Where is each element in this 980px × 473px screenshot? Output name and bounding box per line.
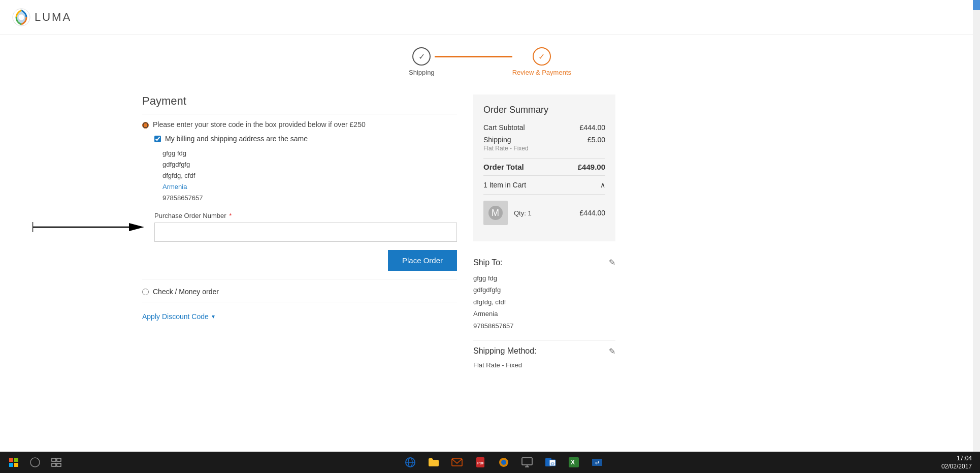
shipping-method-title-row: Shipping Method: ✎ [473,346,615,356]
taskbar-time: 17:04 [957,455,972,462]
logo-text: LUMA [35,11,72,24]
shipping-method-title: Shipping Method: [473,346,537,356]
task-view-button[interactable] [47,453,66,472]
taskbar-app-mail[interactable] [446,453,468,472]
place-order-button[interactable]: Place Order [388,250,457,271]
scrollbar-thumb[interactable] [973,0,980,10]
svg-point-1 [18,14,24,20]
pdf-icon: PDF [474,456,486,468]
step-circle-review: ✓ [533,47,551,66]
cortana-button[interactable] [25,453,45,472]
payment-block-1: Please enter your store code in the box … [142,120,457,279]
taskbar-app-folder[interactable] [422,453,445,472]
svg-text:@: @ [550,461,554,466]
step-shipping[interactable]: ✓ Shipping [409,47,435,76]
order-total-value: £449.00 [578,163,605,171]
windows-start-button[interactable] [4,453,23,472]
required-star: * [229,212,232,219]
shipping-method-edit-icon[interactable]: ✎ [609,346,615,356]
taskbar-app-outlook[interactable]: @ [539,453,562,472]
left-panel: Payment Please enter your store code in … [142,94,457,442]
cart-toggle-label: 1 Item in Cart [483,181,526,189]
purchase-order-label: Purchase Order Number * [154,212,457,219]
shipping-method-section: Shipping Method: ✎ Flat Rate - Fixed [473,340,615,369]
cart-toggle-chevron-icon: ∧ [600,181,605,189]
ship-address-city: Armenia [473,308,615,320]
item-price: £444.00 [579,209,605,217]
check-money-radio[interactable] [142,289,149,295]
purchase-order-input[interactable] [154,223,457,242]
ship-to-edit-icon[interactable]: ✎ [609,258,615,267]
billing-same-label: My billing and shipping address are the … [165,135,308,143]
address-line1: gfgg fdg [162,148,457,159]
taskbar-app-remote[interactable]: ⇄ [586,453,608,472]
shipping-value: £5.00 [587,136,605,152]
step-label-shipping: Shipping [409,69,435,76]
folder-icon [428,456,440,468]
svg-rect-14 [52,463,56,466]
excel-icon: X [568,456,580,468]
taskbar: PDF @ [0,452,980,473]
address-line2: gdfgdfgfg [162,159,457,170]
right-panel: Order Summary Cart Subtotal £444.00 Ship… [473,94,615,442]
ship-to-title: Ship To: [473,258,503,267]
arrow-svg [32,217,144,237]
payment-radio-1[interactable] [142,122,149,129]
ship-address-line2: gdfgdfgfg [473,284,615,296]
cart-subtotal-label: Cart Subtotal [483,123,525,132]
address-phone: 97858657657 [162,193,457,204]
svg-rect-13 [57,458,61,461]
outlook-icon: @ [544,456,557,468]
step-label-review: Review & Payments [512,69,571,76]
svg-text:M: M [492,208,499,218]
billing-same-checkbox[interactable] [154,136,161,142]
ie-icon [404,456,416,468]
taskbar-apps: PDF @ [399,453,608,472]
taskbar-left [4,453,66,472]
steps-container: ✓ Shipping ✓ Review & Payments [409,47,571,76]
order-total-label: Order Total [483,163,524,171]
svg-rect-7 [9,458,13,462]
discount-section: Apply Discount Code ▾ [142,312,457,321]
svg-point-11 [30,458,40,467]
order-total-row: Order Total £449.00 [483,158,605,171]
page-wrapper: ▲ LUMA ✓ Shipping [0,0,980,473]
place-order-row: Place Order [154,250,457,271]
task-view-icon [51,457,61,467]
discount-label: Apply Discount Code [142,312,209,321]
billing-same-checkbox-row: My billing and shipping address are the … [154,135,457,143]
arrow-annotation: Purchase Order Number * [154,212,457,242]
item-thumbnail: M [483,201,508,225]
ship-address-line3: dfgfdg, cfdf [473,296,615,308]
taskbar-app-ie[interactable] [399,453,421,472]
ship-to-title-row: Ship To: ✎ [473,258,615,267]
item-info: Qty: 1 [514,209,573,217]
shipping-method-value: Flat Rate - Fixed [473,361,615,369]
taskbar-app-computer[interactable] [516,453,538,472]
taskbar-right: 17:04 02/02/2017 [941,455,976,470]
discount-link[interactable]: Apply Discount Code ▾ [142,312,457,321]
mail-icon [451,456,463,468]
payment-title: Payment [142,94,457,114]
chevron-down-icon: ▾ [212,313,215,320]
address-city[interactable]: Armenia [162,183,187,191]
svg-rect-24 [522,458,532,465]
remote-icon: ⇄ [591,456,603,468]
item-image-icon: M [487,205,504,221]
taskbar-app-pdf[interactable]: PDF [469,453,492,472]
shipping-label: Shipping [483,136,529,144]
address-line3: dfgfdg, cfdf [162,170,457,181]
svg-text:PDF: PDF [477,461,485,465]
ship-address-line1: gfgg fdg [473,272,615,284]
step-review-payments[interactable]: ✓ Review & Payments [512,47,571,76]
step-line [435,56,512,57]
cart-item: M Qty: 1 £444.00 [483,195,605,231]
svg-rect-8 [14,458,18,462]
ship-address-phone: 97858657657 [473,320,615,332]
taskbar-app-firefox[interactable] [493,453,515,472]
right-scrollbar[interactable]: ▲ [973,0,980,452]
cart-toggle[interactable]: 1 Item in Cart ∧ [483,175,605,195]
progress-section: ✓ Shipping ✓ Review & Payments [0,35,980,84]
taskbar-date: 02/02/2017 [941,463,972,470]
taskbar-app-excel[interactable]: X [563,453,585,472]
